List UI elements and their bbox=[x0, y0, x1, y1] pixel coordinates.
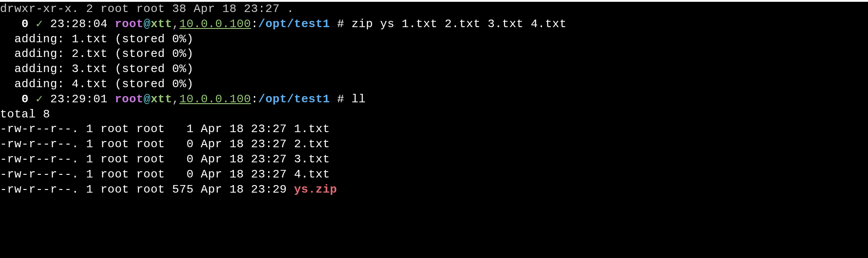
ll-row: -rw-r--r--. 1 root root 0 Apr 18 23:27 2… bbox=[0, 137, 868, 152]
ll-row-meta: -rw-r--r--. 1 root root 1 Apr 18 23:27 bbox=[0, 122, 294, 136]
zip-output-line: adding: 4.txt (stored 0%) bbox=[0, 77, 868, 92]
ll-row-meta: -rw-r--r--. 1 root root 0 Apr 18 23:27 bbox=[0, 153, 294, 166]
ll-row-meta: -rw-r--r--. 1 root root 0 Apr 18 23:27 bbox=[0, 137, 294, 151]
prompt-path: /opt/test1 bbox=[258, 93, 330, 106]
prompt-line-2: 0 ✓ 23:29:01 root@xtt,10.0.0.100:/opt/te… bbox=[0, 92, 868, 107]
ll-row-filename: 3.txt bbox=[294, 153, 330, 166]
check-icon: ✓ bbox=[36, 93, 43, 106]
partial-prev-line: drwxr-xr-x. 2 root root 38 Apr 18 23:27 … bbox=[0, 2, 868, 17]
prompt-ip: 10.0.0.100 bbox=[179, 17, 251, 31]
prompt-line-1: 0 ✓ 23:28:04 root@xtt,10.0.0.100:/opt/te… bbox=[0, 17, 868, 32]
prompt-hash: # bbox=[330, 17, 351, 31]
ll-row-filename: 2.txt bbox=[294, 137, 330, 151]
prompt-time: 23:29:01 bbox=[50, 93, 108, 106]
prompt-user: root bbox=[115, 93, 143, 106]
prompt-host: xtt bbox=[151, 17, 172, 31]
ll-row-filename: ys.zip bbox=[294, 183, 337, 196]
prompt-at: @ bbox=[143, 93, 151, 106]
ll-row-filename: 1.txt bbox=[294, 122, 330, 136]
command-text: zip ys 1.txt 2.txt 3.txt 4.txt bbox=[351, 17, 566, 31]
zip-output-line: adding: 1.txt (stored 0%) bbox=[0, 32, 868, 47]
exit-status: 0 bbox=[21, 17, 29, 31]
prompt-hash: # bbox=[330, 93, 351, 106]
ll-row-filename: 4.txt bbox=[294, 168, 330, 181]
prompt-comma: , bbox=[172, 17, 179, 31]
ll-row-meta: -rw-r--r--. 1 root root 0 Apr 18 23:27 bbox=[0, 168, 294, 181]
prompt-time: 23:28:04 bbox=[50, 17, 108, 31]
ll-row-meta: -rw-r--r--. 1 root root 575 Apr 18 23:29 bbox=[0, 183, 294, 196]
ll-total-line: total 8 bbox=[0, 107, 868, 122]
zip-output-line: adding: 3.txt (stored 0%) bbox=[0, 62, 868, 77]
prompt-ip: 10.0.0.100 bbox=[179, 93, 251, 106]
prompt-comma: , bbox=[172, 93, 179, 106]
ll-row: -rw-r--r--. 1 root root 575 Apr 18 23:29… bbox=[0, 182, 868, 198]
exit-status: 0 bbox=[21, 93, 29, 106]
ll-row: -rw-r--r--. 1 root root 0 Apr 18 23:27 4… bbox=[0, 167, 868, 182]
ll-row: -rw-r--r--. 1 root root 1 Apr 18 23:27 1… bbox=[0, 122, 868, 137]
check-icon: ✓ bbox=[36, 17, 43, 31]
prompt-colon: : bbox=[251, 17, 258, 31]
terminal-output[interactable]: drwxr-xr-x. 2 root root 38 Apr 18 23:27 … bbox=[0, 2, 868, 258]
prompt-host: xtt bbox=[151, 93, 172, 106]
zip-output-line: adding: 2.txt (stored 0%) bbox=[0, 47, 868, 62]
ll-row: -rw-r--r--. 1 root root 0 Apr 18 23:27 3… bbox=[0, 152, 868, 167]
prompt-path: /opt/test1 bbox=[258, 17, 330, 31]
prompt-user: root bbox=[115, 17, 143, 31]
command-text: ll bbox=[351, 93, 366, 106]
prompt-colon: : bbox=[251, 93, 258, 106]
prompt-at: @ bbox=[143, 17, 151, 31]
